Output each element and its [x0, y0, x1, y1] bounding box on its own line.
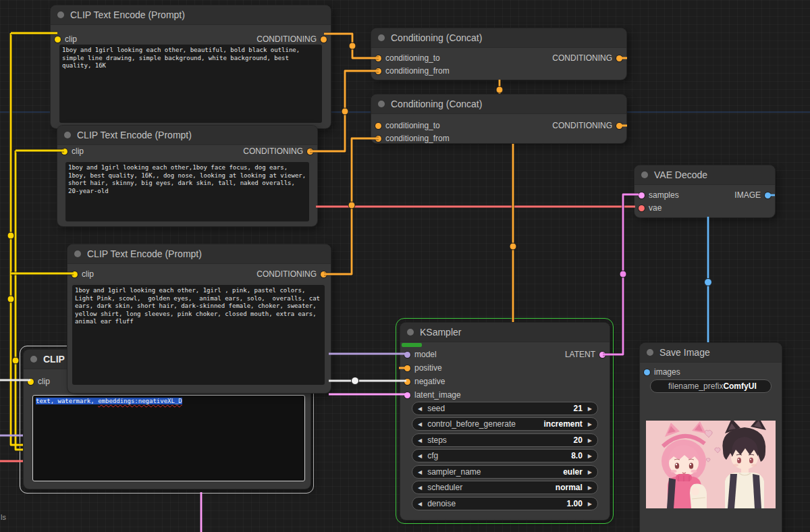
reroute-dot[interactable] [12, 357, 19, 364]
input-port-clip[interactable]: clip [51, 33, 77, 45]
output-preview-image[interactable] [646, 421, 776, 508]
latent-port-dot[interactable] [639, 192, 645, 198]
node-conditioning-concat-1[interactable]: Conditioning (Concat) conditioning_to co… [371, 28, 626, 80]
decrement-arrow-icon[interactable]: ◀ [412, 421, 427, 427]
reroute-dot[interactable] [348, 202, 355, 209]
conditioning-port-dot[interactable] [375, 55, 381, 61]
conditioning-port-dot[interactable] [375, 136, 381, 142]
node-vae-decode[interactable]: VAE Decode samples vae IMAGE [634, 165, 775, 217]
clip-port-dot[interactable] [55, 36, 61, 43]
reroute-dot[interactable] [496, 86, 503, 93]
input-port-vae[interactable]: vae [634, 202, 662, 214]
node-title: VAE Decode [654, 169, 707, 180]
input-port-samples[interactable]: samples [634, 189, 679, 201]
clip-port-dot[interactable] [72, 271, 78, 277]
widget-seed[interactable]: ◀ seed 21 ▶ [412, 402, 598, 415]
reroute-dot[interactable] [352, 377, 359, 385]
increment-arrow-icon[interactable]: ▶ [583, 453, 597, 459]
reroute-dot[interactable] [705, 279, 712, 286]
vae-port-dot[interactable] [639, 205, 645, 211]
node-clip-text-encode-2[interactable]: CLIP Text Encode (Prompt) clip CONDITION… [57, 126, 317, 226]
selected-text: text, watermark, [36, 398, 98, 404]
input-port-clip[interactable]: clip [24, 375, 50, 388]
conditioning-port-dot[interactable] [616, 123, 622, 129]
widget-sampler-name[interactable]: ◀ sampler_name euler ▶ [412, 465, 598, 479]
conditioning-port-dot[interactable] [404, 379, 410, 385]
conditioning-port-dot[interactable] [375, 68, 381, 74]
increment-arrow-icon[interactable]: ▶ [583, 485, 597, 491]
decrement-arrow-icon[interactable]: ◀ [412, 437, 427, 444]
input-port-latent-image[interactable]: latent_image [400, 389, 461, 401]
node-save-image[interactable]: Save Image images filename_prefix ComfyU… [640, 343, 782, 532]
node-title: KSampler [420, 327, 461, 338]
node-title: CLIP Text Encode (Prompt) [77, 130, 192, 140]
node-clip-text-encode-1[interactable]: CLIP Text Encode (Prompt) clip CONDITION… [51, 5, 331, 128]
input-port-conditioning-to[interactable]: conditioning_to [371, 52, 440, 64]
increment-arrow-icon[interactable]: ▶ [583, 421, 597, 427]
decrement-arrow-icon[interactable]: ◀ [412, 501, 427, 507]
input-port-images[interactable]: images [640, 366, 680, 378]
node-conditioning-concat-2[interactable]: Conditioning (Concat) conditioning_to co… [371, 95, 626, 143]
input-port-conditioning-to[interactable]: conditioning_to [371, 119, 440, 132]
output-port-image[interactable]: IMAGE [734, 189, 775, 201]
input-port-conditioning-from[interactable]: conditioning_from [371, 65, 450, 77]
output-port-latent[interactable]: LATENT [565, 348, 610, 361]
image-port-dot[interactable] [644, 369, 650, 375]
node-clip-text-encode-3[interactable]: CLIP Text Encode (Prompt) clip CONDITION… [68, 244, 331, 393]
output-port-conditioning[interactable]: CONDITIONING [256, 33, 331, 45]
conditioning-port-dot[interactable] [307, 149, 313, 155]
output-port-conditioning[interactable]: CONDITIONING [552, 52, 626, 64]
input-port-clip[interactable]: clip [68, 268, 94, 280]
increment-arrow-icon[interactable]: ▶ [583, 469, 597, 475]
clip-port-dot[interactable] [28, 379, 34, 385]
wire-cond-clip1-concat1 [324, 34, 379, 58]
widget-scheduler[interactable]: ◀ scheduler normal ▶ [412, 481, 598, 494]
output-port-conditioning[interactable]: CONDITIONING [256, 268, 331, 280]
prompt-textarea[interactable]: text, watermark, embeddings:negativeXL_D [32, 395, 305, 481]
image-port-dot[interactable] [765, 192, 771, 198]
input-port-conditioning-from[interactable]: conditioning_from [371, 132, 450, 144]
widget-filename-prefix[interactable]: filename_prefix ComfyUI [650, 379, 772, 393]
node-title: CLIP Text Encode (Prompt) [70, 9, 185, 20]
node-title: Save Image [659, 347, 710, 358]
widget-denoise[interactable]: ◀ denoise 1.00 ▶ [412, 497, 598, 510]
input-port-model[interactable]: model [400, 348, 437, 361]
latent-port-dot[interactable] [599, 352, 605, 358]
reroute-dot[interactable] [349, 43, 356, 49]
decrement-arrow-icon[interactable]: ◀ [412, 406, 427, 412]
wire-conditioning-group [310, 34, 627, 368]
prompt-textarea[interactable]: 1boy and 1girl looking each other,1boy f… [65, 162, 309, 221]
output-port-conditioning[interactable]: CONDITIONING [552, 119, 626, 132]
reroute-dot[interactable] [7, 296, 14, 302]
input-port-clip[interactable]: clip [57, 145, 84, 157]
increment-arrow-icon[interactable]: ▶ [583, 406, 597, 412]
conditioning-port-dot[interactable] [375, 123, 381, 129]
output-port-conditioning[interactable]: CONDITIONING [243, 145, 317, 157]
wire-clip-2 [16, 151, 23, 450]
increment-arrow-icon[interactable]: ▶ [583, 437, 597, 444]
conditioning-port-dot[interactable] [321, 36, 327, 43]
clip-port-dot[interactable] [61, 149, 68, 155]
conditioning-port-dot[interactable] [321, 271, 327, 277]
reroute-dot[interactable] [7, 232, 14, 239]
reroute-dot[interactable] [342, 108, 348, 115]
reroute-dot[interactable] [510, 243, 516, 250]
model-port-dot[interactable] [404, 352, 410, 358]
input-port-negative[interactable]: negative [400, 375, 445, 388]
input-port-positive[interactable]: positive [400, 362, 442, 374]
increment-arrow-icon[interactable]: ▶ [583, 501, 597, 507]
conditioning-port-dot[interactable] [616, 55, 622, 61]
latent-port-dot[interactable] [404, 392, 410, 398]
node-ksampler[interactable]: KSampler model positive negative latent_… [400, 323, 610, 520]
decrement-arrow-icon[interactable]: ◀ [412, 485, 427, 491]
decrement-arrow-icon[interactable]: ◀ [412, 469, 427, 475]
decrement-arrow-icon[interactable]: ◀ [412, 453, 427, 459]
widget-control-before-generate[interactable]: ◀ control_before_generate increment ▶ [412, 417, 598, 431]
anime-couple-illustration [646, 421, 776, 508]
conditioning-port-dot[interactable] [404, 365, 410, 371]
widget-cfg[interactable]: ◀ cfg 8.0 ▶ [412, 449, 598, 462]
reroute-dot[interactable] [620, 271, 626, 277]
prompt-textarea[interactable]: 1boy and 1girl looking each other, beaut… [59, 45, 322, 123]
widget-steps[interactable]: ◀ steps 20 ▶ [412, 433, 598, 447]
prompt-textarea[interactable]: 1boy and 1girl looking each other, 1girl… [72, 285, 325, 385]
